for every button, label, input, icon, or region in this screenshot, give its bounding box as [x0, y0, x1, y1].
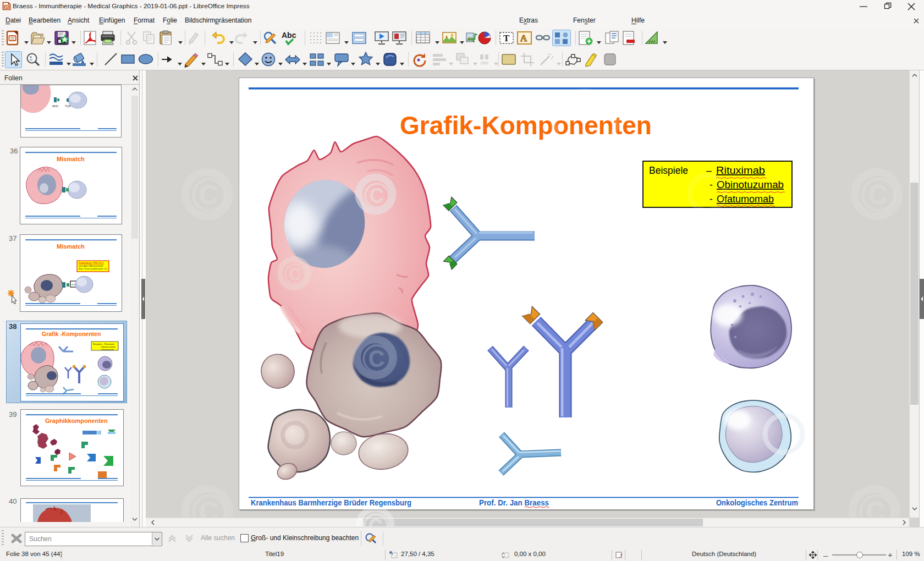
svg-text:Mismatch: Mismatch — [57, 156, 85, 162]
svg-text:-: - — [710, 194, 713, 205]
svg-text:Prof. Dr. Jan Braess: Prof. Dr. Jan Braess — [479, 498, 549, 507]
svg-text:MHC: MHC — [52, 105, 59, 108]
svg-text:-: - — [710, 179, 713, 190]
svg-text:Beispiele: Beispiele — [649, 165, 688, 176]
svg-text:Graphikkomponenten: Graphikkomponenten — [45, 417, 108, 424]
svg-text:©: © — [284, 257, 306, 292]
svg-text:Abc: Abc — [282, 31, 296, 40]
svg-text:Krankenhaus Barmherzige Brüder: Krankenhaus Barmherzige Brüder Regensbur… — [251, 498, 411, 507]
svg-text:++: ++ — [72, 283, 76, 286]
svg-text:Bsp. Chron Lymphozyten CLL: Bsp. Chron Lymphozyten CLL — [79, 267, 108, 270]
svg-text:A: A — [520, 33, 527, 43]
svg-text:*: * — [620, 553, 623, 558]
svg-text:T: T — [503, 33, 510, 43]
svg-text:Grafik -Komponenten: Grafik -Komponenten — [42, 331, 101, 337]
svg-text:©: © — [362, 336, 392, 381]
svg-text:©: © — [364, 175, 391, 216]
svg-text:Rituximab: Rituximab — [716, 165, 765, 176]
svg-text:Mismatch: Mismatch — [57, 243, 85, 250]
svg-text:TCR: TCR — [65, 105, 71, 108]
svg-text:Onkologisches Zentrum: Onkologisches Zentrum — [716, 498, 798, 507]
svg-text:- Ofatumomab: - Ofatumomab — [100, 348, 114, 351]
